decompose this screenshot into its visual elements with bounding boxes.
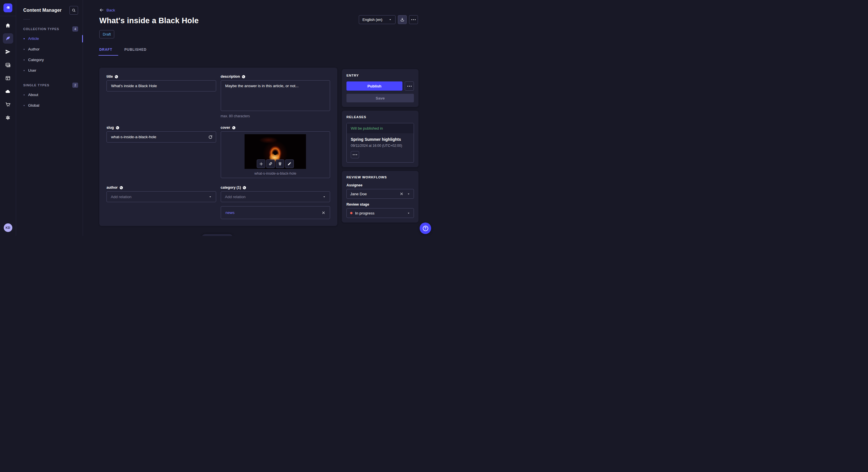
description-hint: max. 80 characters	[221, 114, 330, 118]
version-tabs: DRAFT PUBLISHED	[99, 47, 147, 56]
sidebar-item-author[interactable]: Author	[17, 44, 83, 55]
chevron-down-icon	[322, 195, 326, 198]
release-card: Will be published in Spring Summer highl…	[346, 123, 414, 163]
sidebar-item-user[interactable]: User	[17, 65, 83, 76]
chevron-down-icon	[407, 193, 410, 196]
review-workflows-heading: REVIEW WORKFLOWS	[346, 175, 414, 179]
content-manager-sidebar: Content Manager COLLECTION TYPES 4 Artic…	[17, 0, 83, 236]
chevron-down-icon	[209, 195, 212, 198]
help-button[interactable]: ?	[420, 223, 431, 234]
bullet-icon	[24, 70, 25, 71]
cover-filename: what-s-inside-a-black-hole	[254, 171, 296, 175]
more-dots-icon	[353, 154, 357, 155]
send-icon[interactable]	[3, 46, 13, 57]
chevron-down-icon	[407, 212, 410, 215]
locale-select[interactable]: English (en)	[359, 15, 396, 24]
regenerate-slug-button[interactable]	[206, 133, 215, 141]
cover-image-black-hole[interactable]	[245, 134, 306, 169]
content-manager-icon[interactable]	[3, 33, 13, 43]
edit-form-panel: title description Maybe the answer is in…	[99, 68, 337, 226]
arrow-left-icon	[99, 8, 104, 12]
main-content: Back What's inside a Black Hole Draft En…	[83, 0, 434, 236]
back-link[interactable]: Back	[99, 8, 115, 12]
globe-i18n-icon	[243, 186, 246, 190]
refresh-icon	[208, 135, 213, 139]
globe-i18n-icon	[242, 75, 245, 78]
rail-divider	[0, 16, 16, 16]
layout-icon[interactable]	[3, 73, 13, 83]
category-relation-item: news	[221, 206, 330, 219]
assignee-combobox[interactable]: Jane Doe	[346, 189, 414, 199]
search-icon	[72, 8, 76, 12]
sidebar-item-about[interactable]: About	[17, 90, 83, 100]
entry-more-button[interactable]	[405, 81, 414, 91]
bullet-icon	[24, 59, 25, 61]
category-relation-combobox[interactable]: Add relation	[221, 191, 330, 202]
review-workflows-panel: REVIEW WORKFLOWS Assignee Jane Doe Revie…	[342, 171, 418, 223]
back-label: Back	[106, 8, 115, 12]
home-icon[interactable]	[3, 20, 13, 30]
entry-heading: ENTRY	[346, 74, 414, 77]
delete-media-button[interactable]	[276, 160, 284, 168]
page-title: What's inside a Black Hole	[99, 16, 198, 25]
relation-link-news[interactable]: news	[226, 210, 235, 215]
releases-heading: RELEASES	[346, 115, 414, 119]
tab-draft[interactable]: DRAFT	[99, 47, 112, 56]
cart-icon[interactable]	[3, 99, 13, 109]
settings-gear-icon[interactable]	[3, 112, 13, 123]
sidebar-item-global[interactable]: Global	[17, 100, 83, 111]
bullet-icon	[24, 49, 25, 50]
review-stage-combobox[interactable]: In progress	[346, 208, 414, 218]
title-field-label: title	[106, 74, 113, 78]
assignee-label: Assignee	[346, 183, 414, 187]
author-field-label: author	[106, 186, 118, 190]
title-field: title	[106, 74, 216, 118]
strapi-logo[interactable]	[3, 3, 12, 12]
user-avatar[interactable]: KD	[4, 224, 12, 232]
description-textarea[interactable]: Maybe the answer is in this article, or …	[221, 80, 330, 111]
export-download-button[interactable]	[398, 15, 407, 24]
edit-media-button[interactable]	[285, 160, 294, 168]
author-relation-combobox[interactable]: Add relation	[106, 191, 216, 202]
tab-published[interactable]: PUBLISHED	[124, 47, 146, 56]
locale-value: English (en)	[363, 18, 382, 22]
category-field: category (1) Add relation news	[221, 186, 330, 219]
plus-icon	[259, 162, 263, 166]
floating-actions-pill	[202, 234, 233, 236]
globe-i18n-icon	[115, 75, 118, 78]
single-types-section: SINGLE TYPES 2 About Global	[17, 82, 83, 111]
collection-types-section: COLLECTION TYPES 4 Article Author Catego…	[17, 26, 83, 76]
chevron-down-icon	[389, 18, 392, 21]
release-name: Spring Summer highlights	[351, 137, 410, 142]
review-stage-label: Review stage	[346, 202, 414, 206]
header-more-button[interactable]	[409, 15, 418, 24]
clear-assignee-x-icon[interactable]	[400, 192, 403, 196]
add-media-button[interactable]	[257, 160, 266, 168]
cloud-icon[interactable]	[3, 86, 13, 96]
release-more-button[interactable]	[351, 151, 359, 158]
sidebar-item-article[interactable]: Article	[17, 33, 83, 44]
bullet-icon	[24, 38, 25, 39]
save-button[interactable]: Save	[346, 94, 414, 102]
header-actions: English (en)	[359, 15, 418, 24]
sidebar-item-category[interactable]: Category	[17, 55, 83, 65]
cover-field-label: cover	[221, 126, 230, 130]
sidebar-item-label: Author	[28, 47, 40, 51]
link-icon	[269, 162, 273, 166]
pencil-icon	[288, 162, 291, 166]
search-button[interactable]	[69, 6, 78, 14]
single-types-count: 2	[72, 82, 78, 88]
media-library-icon[interactable]	[3, 60, 13, 70]
entry-panel: ENTRY Publish Save	[342, 69, 418, 107]
assignee-value: Jane Doe	[350, 192, 400, 196]
slug-field-label: slug	[106, 126, 114, 130]
remove-relation-x-icon[interactable]	[322, 211, 325, 214]
category-field-label: category (1)	[221, 186, 241, 190]
sidebar-item-label: Global	[28, 103, 39, 107]
cover-media-card: what-s-inside-a-black-hole	[221, 131, 330, 178]
media-actions	[257, 160, 294, 168]
slug-input[interactable]	[106, 131, 216, 142]
publish-button[interactable]: Publish	[346, 81, 402, 91]
copy-link-button[interactable]	[267, 160, 275, 168]
title-input[interactable]	[106, 80, 216, 92]
